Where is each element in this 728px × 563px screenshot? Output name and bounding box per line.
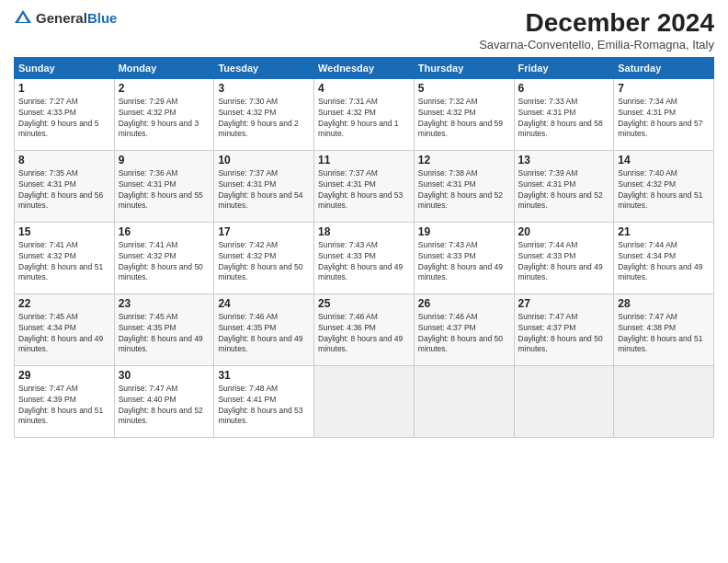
day-number: 8 [18, 154, 110, 167]
day-number: 12 [418, 154, 510, 167]
day-info: Sunrise: 7:42 AMSunset: 4:32 PMDaylight:… [218, 240, 302, 282]
day-info: Sunrise: 7:47 AMSunset: 4:38 PMDaylight:… [618, 312, 702, 354]
calendar-cell: 14 Sunrise: 7:40 AMSunset: 4:32 PMDaylig… [614, 150, 714, 222]
day-info: Sunrise: 7:38 AMSunset: 4:31 PMDaylight:… [418, 168, 503, 211]
day-number: 4 [318, 82, 410, 95]
day-info: Sunrise: 7:46 AMSunset: 4:35 PMDaylight:… [218, 312, 302, 354]
calendar-cell: 10 Sunrise: 7:37 AMSunset: 4:31 PMDaylig… [214, 150, 314, 222]
day-info: Sunrise: 7:30 AMSunset: 4:32 PMDaylight:… [218, 97, 298, 139]
calendar-cell: 19 Sunrise: 7:43 AMSunset: 4:33 PMDaylig… [414, 222, 514, 293]
day-number: 1 [18, 82, 110, 95]
calendar-cell: 16 Sunrise: 7:41 AMSunset: 4:32 PMDaylig… [114, 222, 214, 293]
day-number: 30 [119, 369, 210, 382]
day-number: 25 [318, 297, 410, 310]
day-number: 27 [518, 297, 610, 310]
col-sunday: Sunday [15, 57, 115, 78]
calendar-cell: 17 Sunrise: 7:42 AMSunset: 4:32 PMDaylig… [214, 222, 314, 293]
calendar-cell: 9 Sunrise: 7:36 AMSunset: 4:31 PMDayligh… [114, 150, 214, 222]
calendar-cell: 23 Sunrise: 7:45 AMSunset: 4:35 PMDaylig… [114, 293, 214, 365]
day-number: 31 [218, 369, 310, 382]
calendar-cell: 25 Sunrise: 7:46 AMSunset: 4:36 PMDaylig… [314, 293, 415, 365]
calendar-cell: 3 Sunrise: 7:30 AMSunset: 4:32 PMDayligh… [214, 78, 314, 150]
calendar-cell [314, 365, 415, 437]
day-info: Sunrise: 7:40 AMSunset: 4:32 PMDaylight:… [618, 168, 702, 211]
calendar-cell [514, 365, 614, 437]
day-number: 14 [618, 154, 710, 167]
day-info: Sunrise: 7:27 AMSunset: 4:33 PMDaylight:… [18, 97, 98, 139]
day-number: 29 [18, 369, 110, 382]
calendar-week-2: 8 Sunrise: 7:35 AMSunset: 4:31 PMDayligh… [15, 150, 714, 222]
day-info: Sunrise: 7:47 AMSunset: 4:39 PMDaylight:… [18, 384, 103, 426]
day-number: 19 [418, 225, 510, 238]
day-number: 9 [119, 154, 210, 167]
calendar-cell: 29 Sunrise: 7:47 AMSunset: 4:39 PMDaylig… [15, 365, 115, 437]
day-info: Sunrise: 7:36 AMSunset: 4:31 PMDaylight:… [119, 168, 203, 211]
calendar-cell: 5 Sunrise: 7:32 AMSunset: 4:32 PMDayligh… [414, 78, 514, 150]
col-wednesday: Wednesday [314, 57, 415, 78]
calendar-cell [414, 365, 514, 437]
day-info: Sunrise: 7:46 AMSunset: 4:37 PMDaylight:… [418, 312, 503, 354]
calendar-cell: 20 Sunrise: 7:44 AMSunset: 4:33 PMDaylig… [514, 222, 614, 293]
day-info: Sunrise: 7:45 AMSunset: 4:35 PMDaylight:… [119, 312, 203, 354]
day-number: 3 [218, 82, 310, 95]
calendar-cell: 26 Sunrise: 7:46 AMSunset: 4:37 PMDaylig… [414, 293, 514, 365]
calendar-cell: 24 Sunrise: 7:46 AMSunset: 4:35 PMDaylig… [214, 293, 314, 365]
subtitle: Savarna-Conventello, Emilia-Romagna, Ita… [479, 38, 714, 52]
day-info: Sunrise: 7:33 AMSunset: 4:31 PMDaylight:… [518, 97, 603, 139]
day-info: Sunrise: 7:37 AMSunset: 4:31 PMDaylight:… [318, 168, 403, 211]
day-number: 16 [119, 225, 210, 238]
calendar-week-5: 29 Sunrise: 7:47 AMSunset: 4:39 PMDaylig… [15, 365, 714, 437]
calendar-cell [614, 365, 714, 437]
calendar-cell: 22 Sunrise: 7:45 AMSunset: 4:34 PMDaylig… [15, 293, 115, 365]
day-number: 23 [119, 297, 210, 310]
calendar-cell: 30 Sunrise: 7:47 AMSunset: 4:40 PMDaylig… [114, 365, 214, 437]
calendar-week-1: 1 Sunrise: 7:27 AMSunset: 4:33 PMDayligh… [15, 78, 714, 150]
logo-icon [14, 9, 32, 28]
logo: GeneralBlue [14, 9, 117, 28]
day-info: Sunrise: 7:43 AMSunset: 4:33 PMDaylight:… [418, 240, 503, 282]
col-saturday: Saturday [614, 57, 714, 78]
day-info: Sunrise: 7:32 AMSunset: 4:32 PMDaylight:… [418, 97, 503, 139]
col-monday: Monday [114, 57, 214, 78]
col-thursday: Thursday [414, 57, 514, 78]
day-info: Sunrise: 7:44 AMSunset: 4:33 PMDaylight:… [518, 240, 603, 282]
day-info: Sunrise: 7:47 AMSunset: 4:37 PMDaylight:… [518, 312, 603, 354]
day-info: Sunrise: 7:41 AMSunset: 4:32 PMDaylight:… [119, 240, 203, 282]
day-number: 28 [618, 297, 710, 310]
day-info: Sunrise: 7:31 AMSunset: 4:32 PMDaylight:… [318, 97, 398, 139]
logo-general: GeneralBlue [36, 10, 117, 27]
day-number: 22 [18, 297, 110, 310]
day-number: 11 [318, 154, 410, 167]
day-info: Sunrise: 7:46 AMSunset: 4:36 PMDaylight:… [318, 312, 403, 354]
day-number: 17 [218, 225, 310, 238]
calendar-cell: 18 Sunrise: 7:43 AMSunset: 4:33 PMDaylig… [314, 222, 415, 293]
header-row: Sunday Monday Tuesday Wednesday Thursday… [15, 57, 714, 78]
day-number: 7 [618, 82, 710, 95]
calendar-table: Sunday Monday Tuesday Wednesday Thursday… [14, 57, 714, 438]
day-info: Sunrise: 7:29 AMSunset: 4:32 PMDaylight:… [119, 97, 199, 139]
calendar-cell: 7 Sunrise: 7:34 AMSunset: 4:31 PMDayligh… [614, 78, 714, 150]
day-info: Sunrise: 7:34 AMSunset: 4:31 PMDaylight:… [618, 97, 702, 139]
day-info: Sunrise: 7:45 AMSunset: 4:34 PMDaylight:… [18, 312, 103, 354]
day-info: Sunrise: 7:47 AMSunset: 4:40 PMDaylight:… [119, 384, 203, 426]
calendar-cell: 31 Sunrise: 7:48 AMSunset: 4:41 PMDaylig… [214, 365, 314, 437]
calendar-cell: 1 Sunrise: 7:27 AMSunset: 4:33 PMDayligh… [15, 78, 115, 150]
day-info: Sunrise: 7:43 AMSunset: 4:33 PMDaylight:… [318, 240, 403, 282]
calendar-cell: 11 Sunrise: 7:37 AMSunset: 4:31 PMDaylig… [314, 150, 415, 222]
page-container: GeneralBlue December 2024 Savarna-Conven… [0, 0, 728, 447]
calendar-cell: 6 Sunrise: 7:33 AMSunset: 4:31 PMDayligh… [514, 78, 614, 150]
day-number: 5 [418, 82, 510, 95]
day-number: 18 [318, 225, 410, 238]
day-info: Sunrise: 7:41 AMSunset: 4:32 PMDaylight:… [18, 240, 103, 282]
calendar-cell: 15 Sunrise: 7:41 AMSunset: 4:32 PMDaylig… [15, 222, 115, 293]
day-number: 15 [18, 225, 110, 238]
calendar-cell: 12 Sunrise: 7:38 AMSunset: 4:31 PMDaylig… [414, 150, 514, 222]
day-info: Sunrise: 7:35 AMSunset: 4:31 PMDaylight:… [18, 168, 103, 211]
day-number: 13 [518, 154, 610, 167]
title-block: December 2024 Savarna-Conventello, Emili… [479, 9, 714, 52]
header: GeneralBlue December 2024 Savarna-Conven… [14, 9, 714, 52]
calendar-cell: 2 Sunrise: 7:29 AMSunset: 4:32 PMDayligh… [114, 78, 214, 150]
calendar-cell: 28 Sunrise: 7:47 AMSunset: 4:38 PMDaylig… [614, 293, 714, 365]
main-title: December 2024 [479, 9, 714, 38]
calendar-cell: 27 Sunrise: 7:47 AMSunset: 4:37 PMDaylig… [514, 293, 614, 365]
